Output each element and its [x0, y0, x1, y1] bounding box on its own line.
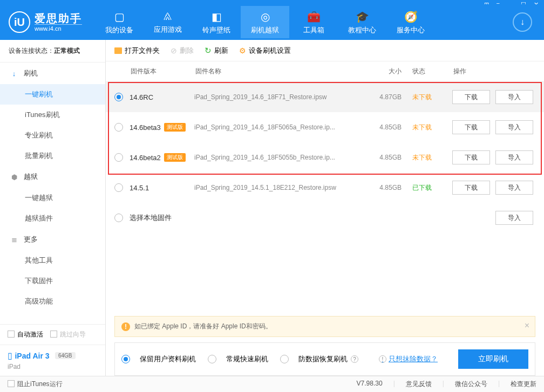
nav-icon: 🧰	[289, 10, 338, 23]
settings-button[interactable]: ⚙设备刷机设置	[239, 46, 291, 56]
nav-icon: ▢	[95, 10, 144, 23]
download-button[interactable]: 下载	[452, 150, 490, 164]
firmware-row[interactable]: 14.6RC iPad_Spring_2019_14.6_18F71_Resto…	[106, 82, 544, 112]
col-status: 状态	[402, 67, 445, 76]
sidebar-item-advanced[interactable]: 高级功能	[0, 291, 105, 312]
sidebar-item-oneclick-flash[interactable]: 一键刷机	[0, 84, 105, 105]
downloads-button[interactable]: ↓	[513, 12, 532, 32]
help-icon[interactable]: ?	[351, 355, 358, 363]
sidebar-item-other-tools[interactable]: 其他工具	[0, 250, 105, 271]
table-header: 固件版本 固件名称 大小 状态 操作	[106, 61, 544, 82]
row-radio[interactable]	[114, 214, 123, 222]
nav-icon: 🎓	[338, 10, 386, 23]
row-version: 14.5.1	[130, 184, 194, 192]
check-update-link[interactable]: 检查更新	[511, 380, 536, 389]
row-size: 4.85GB	[358, 184, 402, 191]
import-button[interactable]: 导入	[495, 90, 533, 104]
download-button[interactable]: 下载	[452, 120, 490, 134]
sidebar-item-download-firmware[interactable]: 下载固件	[0, 271, 105, 291]
row-radio[interactable]	[114, 93, 123, 101]
row-version: 14.6beta3 测试版	[130, 123, 194, 132]
col-name: 固件名称	[195, 67, 358, 76]
sidebar-item-batch-flash[interactable]: 批量刷机	[0, 146, 105, 166]
nav-icon: 🧭	[386, 10, 435, 23]
main-panel: 打开文件夹 ⊘删除 ↻刷新 ⚙设备刷机设置 固件版本 固件名称 大小 状态 操作…	[106, 40, 544, 376]
import-button[interactable]: 导入	[495, 211, 533, 225]
nav-item-4[interactable]: 🧰工具箱	[289, 6, 338, 38]
device-type: iPad	[8, 363, 98, 370]
wechat-link[interactable]: 微信公众号	[455, 380, 487, 389]
close-icon[interactable]: ×	[525, 321, 529, 331]
nav-item-3[interactable]: ◎刷机越狱	[241, 6, 289, 38]
import-button[interactable]: 导入	[495, 120, 533, 134]
more-icon: ≣	[10, 236, 18, 244]
folder-icon	[114, 47, 122, 54]
row-status: 已下载	[402, 183, 445, 192]
import-button[interactable]: 导入	[495, 150, 533, 164]
status-bar: 阻止iTunes运行 V7.98.30| 意见反馈| 微信公众号| 检查更新	[0, 376, 544, 392]
gear-icon: ⚙	[239, 46, 246, 55]
open-folder-button[interactable]: 打开文件夹	[114, 46, 160, 56]
header: iU 爱思助手 www.i4.cn ▢我的设备⩓应用游戏◧铃声壁纸◎刷机越狱🧰工…	[0, 4, 544, 40]
connection-status: 设备连接状态：正常模式	[0, 40, 105, 63]
device-card[interactable]: ▯ iPad Air 3 64GB iPad	[0, 345, 105, 376]
row-version: 14.6beta2 测试版	[130, 153, 194, 162]
sidebar-group-jailbreak[interactable]: ⬢越狱	[0, 166, 105, 188]
nav-item-1[interactable]: ⩓应用游戏	[144, 6, 192, 38]
beta-badge: 测试版	[164, 123, 186, 132]
sidebar-group-more[interactable]: ≣更多	[0, 229, 105, 250]
firmware-row[interactable]: 14.5.1 iPad_Spring_2019_14.5.1_18E212_Re…	[106, 173, 544, 203]
refresh-button[interactable]: ↻刷新	[205, 46, 228, 56]
sidebar-group-flash[interactable]: ↓刷机	[0, 63, 105, 84]
nav-item-6[interactable]: 🧭服务中心	[386, 6, 435, 38]
device-name: iPad Air 3	[15, 352, 49, 360]
opt-keep-data[interactable]: 保留用户资料刷机	[121, 354, 196, 364]
auto-activate-checkbox[interactable]: 自动激活	[8, 331, 43, 338]
row-size: 4.85GB	[358, 123, 402, 131]
refresh-icon: ↻	[205, 46, 212, 56]
app-version: V7.98.30	[357, 380, 383, 389]
skip-guide-checkbox[interactable]: 跳过向导	[50, 331, 86, 338]
sidebar-item-jailbreak-plugins[interactable]: 越狱插件	[0, 208, 105, 229]
erase-only-link[interactable]: !只想抹除数据？	[379, 354, 438, 364]
tablet-icon: ▯	[8, 351, 12, 360]
flash-action-bar: 保留用户资料刷机 常规快速刷机 防数据恢复刷机? !只想抹除数据？ 立即刷机	[114, 342, 535, 376]
sidebar-item-pro-flash[interactable]: 专业刷机	[0, 125, 105, 146]
delete-icon: ⊘	[171, 46, 177, 55]
col-op: 操作	[445, 67, 535, 76]
row-radio[interactable]	[114, 183, 123, 192]
local-firmware-label: 选择本地固件	[130, 213, 172, 223]
firmware-row[interactable]: 14.6beta2 测试版 iPad_Spring_2019_14.6_18F5…	[106, 142, 544, 173]
row-version: 14.6RC	[130, 93, 194, 101]
nav-icon: ⩓	[144, 10, 192, 23]
opt-normal-flash[interactable]: 常规快速刷机	[208, 354, 268, 364]
local-firmware-row[interactable]: 选择本地固件 导入	[106, 203, 544, 233]
info-icon: !	[379, 355, 386, 363]
opt-anti-recovery[interactable]: 防数据恢复刷机?	[280, 354, 358, 364]
sidebar: 设备连接状态：正常模式 ↓刷机 一键刷机 iTunes刷机 专业刷机 批量刷机 …	[0, 40, 106, 376]
flash-now-button[interactable]: 立即刷机	[458, 349, 528, 369]
download-button[interactable]: 下载	[452, 90, 490, 104]
nav-item-0[interactable]: ▢我的设备	[95, 6, 144, 38]
app-url: www.i4.cn	[35, 24, 82, 32]
sidebar-item-itunes-flash[interactable]: iTunes刷机	[0, 105, 105, 125]
row-radio[interactable]	[114, 123, 123, 132]
download-button[interactable]: 下载	[452, 181, 490, 195]
col-size: 大小	[358, 67, 402, 76]
sidebar-item-oneclick-jailbreak[interactable]: 一键越狱	[0, 188, 105, 208]
delete-button: ⊘删除	[171, 46, 194, 56]
row-status: 未下载	[402, 123, 445, 132]
logo-icon: iU	[9, 11, 30, 33]
shield-icon: ⬢	[10, 173, 18, 181]
warning-icon: !	[121, 322, 130, 331]
row-filename: iPad_Spring_2019_14.6_18F5055b_Restore.i…	[194, 154, 358, 161]
nav-icon: ◎	[241, 10, 289, 23]
feedback-link[interactable]: 意见反馈	[406, 380, 432, 389]
row-status: 未下载	[402, 153, 445, 162]
nav-item-2[interactable]: ◧铃声壁纸	[192, 6, 241, 38]
firmware-row[interactable]: 14.6beta3 测试版 iPad_Spring_2019_14.6_18F5…	[106, 112, 544, 142]
row-radio[interactable]	[114, 153, 123, 162]
import-button[interactable]: 导入	[495, 181, 533, 195]
nav-item-5[interactable]: 🎓教程中心	[338, 6, 386, 38]
block-itunes-checkbox[interactable]: 阻止iTunes运行	[8, 380, 63, 389]
